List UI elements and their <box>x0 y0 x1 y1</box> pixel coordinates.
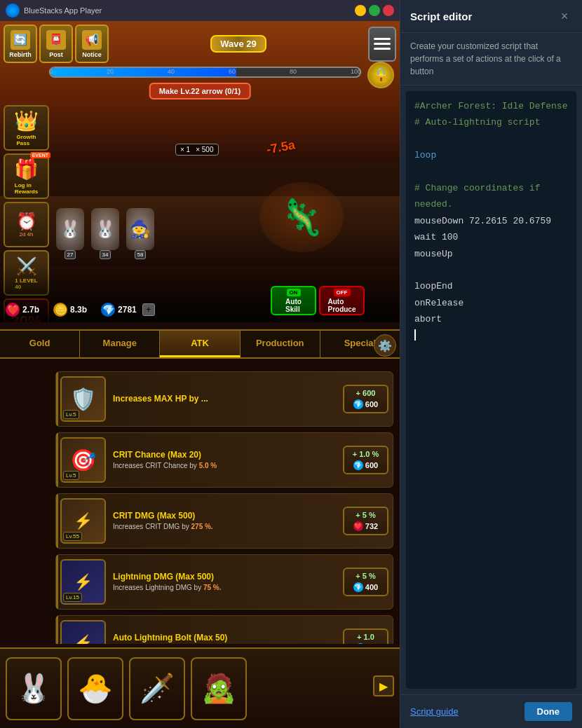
add-gem-button[interactable]: + <box>142 303 155 316</box>
minimize-button[interactable] <box>355 5 366 16</box>
upgrade-icon-0: 🛡️ Lv.5 <box>60 376 106 422</box>
upgrade-icon-lightning: ⚡ Lv.15 <box>60 559 106 605</box>
game-viewport: 🔄 Rebirth 📮 Post 📢 Notice Wave 29 <box>0 21 400 322</box>
editor-title: Script editor <box>410 11 472 22</box>
menu-button[interactable] <box>368 27 396 62</box>
game-container: 🔄 Rebirth 📮 Post 📢 Notice Wave 29 <box>0 21 400 728</box>
timer-button[interactable]: ⏰ 2d 4h <box>4 202 49 247</box>
post-label: Post <box>49 51 63 58</box>
tab-production[interactable]: Production <box>241 331 320 357</box>
editor-header: Script editor × <box>400 0 582 33</box>
wave-text: Wave 29 <box>220 39 257 49</box>
gem-display: × 500 <box>196 146 213 153</box>
upgrade-name-0: Increases MAX HP by ... <box>113 394 343 404</box>
enemy-sprite: 🦎 <box>259 182 344 252</box>
done-button[interactable]: Done <box>525 702 573 721</box>
settings-button[interactable]: ⚙️ <box>374 334 396 357</box>
gem-cost-icon-auto-lightning: 💎 <box>356 643 365 644</box>
upgrade-level-0: Lv.5 <box>63 410 79 419</box>
forward-button[interactable]: ▶ <box>373 675 394 696</box>
upgrade-desc-crit-dmg: Increases CRIT DMG by 275 %. <box>113 522 343 532</box>
health-value: 2.7b <box>22 305 39 315</box>
drop-indicators: × 1 × 500 <box>175 144 219 156</box>
upgrade-icon-crit: 🎯 Lv.5 <box>60 437 106 483</box>
gem-value: 2781 <box>118 305 137 315</box>
progress-labels: 0 20 40 60 80 100 <box>49 68 361 75</box>
coin-icon: 🪙 <box>53 303 67 317</box>
char-level-1: 27 <box>65 250 76 259</box>
growth-pass-button[interactable]: 👑 GrowthPass <box>4 105 49 151</box>
cost-row-auto-lightning: 💎 25 <box>356 643 376 644</box>
tab-atk[interactable]: ATK <box>160 331 240 357</box>
auto-produce-button[interactable]: OFF AutoProduce <box>319 286 365 315</box>
upgrade-cost-0: + 600 💎 600 <box>343 385 388 413</box>
upgrade-item-crit-chance[interactable]: 🎯 Lv.5 CRIT Chance (Max 20) Increases CR… <box>55 432 393 488</box>
app-title: BlueStacks App Player <box>24 6 102 15</box>
upgrade-level-lightning: Lv.15 <box>63 593 82 602</box>
maximize-button[interactable] <box>369 5 380 16</box>
upgrade-item-crit-dmg[interactable]: ⚡ Lv.55 CRIT DMG (Max 500) Increases CRI… <box>55 493 393 549</box>
auto-produce-off-indicator: OFF <box>334 289 351 296</box>
upgrade-item-auto-lightning[interactable]: ⚡ Lv.0 Auto Lightning Bolt (Max 50) Auto… <box>55 615 393 644</box>
upgrade-item-lightning-dmg[interactable]: ⚡ Lv.15 Lightning DMG (Max 500) Increase… <box>55 554 393 610</box>
cost-row-crit-dmg: ❤️ 732 <box>353 521 378 531</box>
heart-cost-icon-crit-dmg: ❤️ <box>353 521 363 531</box>
editor-close-button[interactable]: × <box>557 8 572 24</box>
cost-value-crit: 600 <box>365 461 378 469</box>
event-badge: EVENT <box>30 152 50 158</box>
atk-display: × 1 <box>180 146 190 153</box>
tab-gold[interactable]: Gold <box>0 331 80 357</box>
login-rewards-button[interactable]: EVENT 🎁 Log inRewards <box>4 153 49 199</box>
char-portrait-4[interactable]: 🧟 <box>191 657 247 720</box>
menu-line-1 <box>374 38 391 40</box>
menu-line-3 <box>374 48 391 50</box>
notice-button[interactable]: 📢 Notice <box>75 25 109 63</box>
gem-cost-icon-0: 💎 <box>353 399 363 409</box>
char-sprite-1: 🐰 <box>56 208 84 250</box>
char-portrait-2[interactable]: 🐣 <box>67 657 123 720</box>
close-window-button[interactable] <box>383 5 394 16</box>
upgrade-info-0: Increases MAX HP by ... <box>113 394 343 405</box>
code-line-11: onRelease <box>414 295 568 311</box>
char-bar: 🐰 🐣 🗡️ 🧟 ▶ <box>0 647 400 728</box>
auto-skill-label: AutoSkill <box>285 298 302 313</box>
cost-row-crit: 💎 600 <box>353 460 378 470</box>
char-portrait-3[interactable]: 🗡️ <box>129 657 185 720</box>
auto-skill-button[interactable]: ON AutoSkill <box>271 286 316 315</box>
upgrade-icon-crit-dmg: ⚡ Lv.55 <box>60 498 106 544</box>
editor-footer: Script guide Done <box>400 694 582 728</box>
upgrade-list: 🛡️ Lv.5 Increases MAX HP by ... + 600 💎 … <box>53 369 396 644</box>
rebirth-button[interactable]: 🔄 Rebirth <box>4 25 37 63</box>
auto-buttons: ON AutoSkill OFF AutoProduce <box>271 286 365 315</box>
char-level-3: 58 <box>135 250 147 259</box>
top-hud: 🔄 Rebirth 📮 Post 📢 Notice Wave 29 <box>4 25 396 63</box>
app-logo <box>6 4 20 18</box>
login-icon: 🎁 <box>14 158 39 181</box>
auto-produce-label: AutoProduce <box>327 298 356 313</box>
editor-content[interactable]: #Archer Forest: Idle Defense # Auto-ligh… <box>406 91 576 689</box>
crit-highlight: 5.0 % <box>199 462 217 469</box>
code-line-2 <box>414 131 568 147</box>
char-level-2: 34 <box>100 250 111 259</box>
char-portrait-1[interactable]: 🐰 <box>6 657 62 720</box>
cost-value-lightning: 400 <box>365 583 378 591</box>
code-line-13 <box>414 327 568 343</box>
script-guide-button[interactable]: Script guide <box>410 706 459 717</box>
chest-icon[interactable]: 🔒 <box>367 62 394 88</box>
cost-row-0: 💎 600 <box>353 399 378 409</box>
upgrade-name-crit-dmg: CRIT DMG (Max 500) <box>113 511 343 521</box>
upgrade-bonus-crit: + 1.0 % <box>353 450 379 458</box>
rebirth-icon: 🔄 <box>11 30 30 50</box>
char-sprite-3: 🧙 <box>126 208 154 250</box>
tab-manage[interactable]: Manage <box>80 331 160 357</box>
code-line-7: wait 100 <box>414 229 568 245</box>
post-button[interactable]: 📮 Post <box>39 25 73 63</box>
game-nav: Gold Manage ATK Production Special ⚙️ <box>0 329 400 359</box>
menu-line-2 <box>374 43 391 45</box>
growth-pass-label: GrowthPass <box>17 134 36 146</box>
upgrade-desc-auto-lightning: Auto Lightning ATK 0.0 times per 10s. <box>113 644 343 645</box>
upgrade-item-0[interactable]: 🛡️ Lv.5 Increases MAX HP by ... + 600 💎 … <box>55 371 393 427</box>
craft-text: Make Lv.22 arrow (0/1) <box>159 87 241 95</box>
upgrade-name-auto-lightning: Auto Lightning Bolt (Max 50) <box>113 633 343 643</box>
growth-pass-icon: 👑 <box>14 109 39 132</box>
